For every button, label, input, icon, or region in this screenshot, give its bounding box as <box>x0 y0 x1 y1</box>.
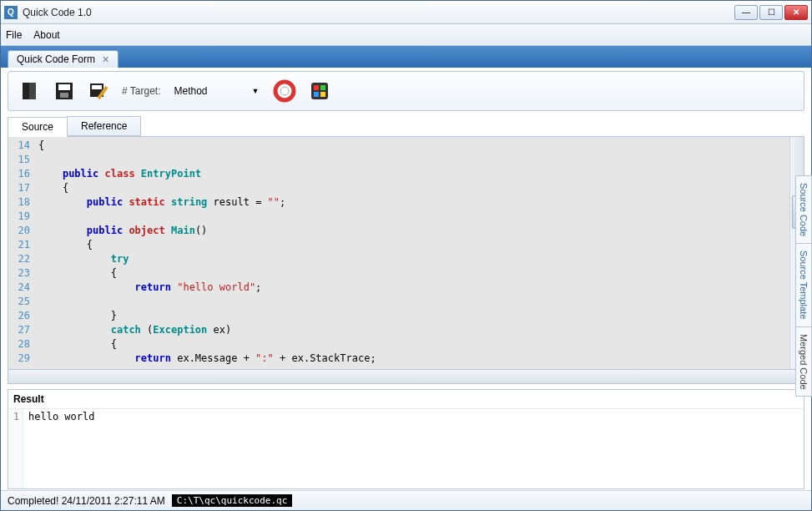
app-icon: Q <box>4 6 18 19</box>
code-area[interactable]: { public class EntryPoint { public stati… <box>33 137 789 369</box>
result-panel: Result 1 hello world <box>8 389 804 489</box>
run-button[interactable] <box>307 78 332 104</box>
status-filepath: C:\T\qc\quickcode.qc <box>172 494 292 507</box>
minimize-button[interactable]: — <box>734 5 758 20</box>
new-button[interactable] <box>17 78 42 104</box>
result-line-number: 1 <box>8 409 23 488</box>
target-dropdown[interactable]: Method ▼ <box>170 83 262 99</box>
line-number-gutter: 14151617181920212223242526272829 <box>8 137 33 369</box>
chevron-down-icon: ▼ <box>252 87 260 95</box>
tab-source[interactable]: Source <box>8 117 68 137</box>
windows-flag-icon <box>308 79 331 103</box>
svg-point-9 <box>280 87 289 95</box>
side-tab-source-template[interactable]: Source Template <box>795 243 812 326</box>
svg-rect-3 <box>58 84 70 90</box>
target-label: # Target: <box>122 85 160 97</box>
target-value: Method <box>174 85 207 97</box>
floppy-pencil-icon <box>88 80 110 102</box>
document-tab-strip: Quick Code Form ✕ <box>1 46 811 68</box>
horizontal-scrollbar[interactable] <box>8 370 804 384</box>
menubar: File About <box>1 24 811 46</box>
side-tabs: Source Code Source Template Merged Code <box>795 175 812 396</box>
statusbar: Completed! 24/11/2011 2:27:11 AM C:\T\qc… <box>1 490 811 510</box>
editor-tabs: Source Reference <box>8 116 804 136</box>
svg-rect-12 <box>320 85 325 90</box>
svg-rect-1 <box>29 83 36 99</box>
edit-button[interactable] <box>87 78 112 104</box>
window-title: Quick Code 1.0 <box>23 7 734 18</box>
save-button[interactable] <box>52 78 77 104</box>
document-tab[interactable]: Quick Code Form ✕ <box>8 50 119 68</box>
document-tab-label: Quick Code Form <box>17 53 95 65</box>
svg-rect-14 <box>320 92 325 97</box>
maximize-button[interactable]: ☐ <box>759 5 783 20</box>
svg-rect-13 <box>314 92 319 97</box>
close-tab-icon[interactable]: ✕ <box>102 54 109 65</box>
side-tab-source-code[interactable]: Source Code <box>795 175 812 244</box>
result-text: hello world <box>23 409 99 488</box>
floppy-icon <box>53 80 75 102</box>
menu-file[interactable]: File <box>6 29 22 41</box>
svg-rect-0 <box>23 83 29 99</box>
help-button[interactable] <box>272 78 297 104</box>
result-header: Result <box>8 390 804 409</box>
toolbar: # Target: Method ▼ <box>8 71 804 111</box>
menu-about[interactable]: About <box>33 29 59 41</box>
lifebuoy-icon <box>273 79 296 103</box>
side-tab-merged-code[interactable]: Merged Code <box>795 326 812 397</box>
tab-reference[interactable]: Reference <box>67 116 141 136</box>
box-icon <box>18 79 41 103</box>
svg-rect-4 <box>60 93 68 98</box>
status-message: Completed! 24/11/2011 2:27:11 AM <box>8 495 165 507</box>
close-button[interactable]: ✕ <box>784 5 808 20</box>
code-editor[interactable]: 14151617181920212223242526272829 { publi… <box>8 136 804 370</box>
titlebar: Q Quick Code 1.0 — ☐ ✕ <box>1 1 811 24</box>
svg-rect-6 <box>92 85 102 89</box>
svg-rect-11 <box>314 85 319 90</box>
